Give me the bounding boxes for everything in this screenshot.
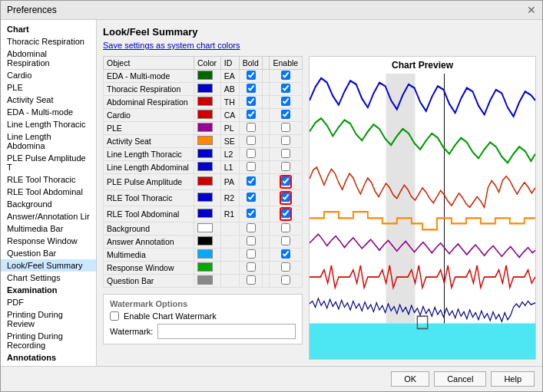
row-color-12[interactable]: [194, 236, 221, 249]
row-enable-5[interactable]: [270, 135, 303, 148]
main-panel: Look/Feel Summary Save settings as syste…: [97, 20, 542, 366]
row-color-3[interactable]: [194, 109, 221, 122]
title-text: Preferences: [7, 5, 57, 15]
row-bold-10[interactable]: [239, 206, 263, 222]
row-bold-12[interactable]: [239, 236, 263, 249]
sidebar-item-18[interactable]: Chart Settings: [1, 272, 96, 284]
sidebar-item-8[interactable]: Line Length Abdomina: [1, 130, 96, 152]
ok-button[interactable]: OK: [391, 371, 429, 387]
row-color-8[interactable]: [194, 174, 221, 190]
sidebar-item-5[interactable]: Activity Seat: [1, 94, 96, 106]
row-color-9[interactable]: [194, 190, 221, 206]
row-bold-11[interactable]: [239, 222, 263, 236]
row-bold-13[interactable]: [239, 249, 263, 262]
row-enable-3[interactable]: [270, 109, 303, 122]
row-bold-7[interactable]: [239, 161, 263, 174]
row-id-4: PL: [220, 122, 239, 135]
sidebar-item-11[interactable]: RLE Tool Abdominal: [1, 186, 96, 198]
watermark-enable-label: Enable Chart Watermark: [124, 311, 217, 321]
row-bold-1[interactable]: [239, 83, 263, 96]
row-enable-15[interactable]: [270, 275, 303, 288]
sidebar-item-17[interactable]: Look/Feel Summary: [1, 259, 96, 272]
row-enable-1[interactable]: [270, 83, 303, 96]
row-enable-4[interactable]: [270, 122, 303, 135]
sidebar-item-4[interactable]: PLE: [1, 81, 96, 94]
sidebar-item-7[interactable]: Line Length Thoracic: [1, 118, 96, 130]
row-enable-9[interactable]: [270, 190, 303, 206]
sidebar-item-12[interactable]: Background: [1, 198, 96, 210]
watermark-checkbox[interactable]: [110, 311, 119, 321]
row-id-7: L1: [220, 161, 239, 174]
sidebar-item-21[interactable]: Printing During Review: [1, 308, 96, 330]
row-bold-14[interactable]: [239, 262, 263, 275]
row-color-5[interactable]: [194, 135, 221, 148]
save-link[interactable]: Save settings as system chart colors: [103, 41, 536, 50]
sidebar-item-23[interactable]: Annotations: [1, 351, 96, 364]
table-row: Line Length Thoracic L2: [104, 148, 303, 161]
row-bold-9[interactable]: [239, 190, 263, 206]
row-color-13[interactable]: [194, 249, 221, 262]
sidebar-item-9[interactable]: PLE Pulse Amplitude T: [1, 152, 96, 173]
row-enable-0[interactable]: [270, 70, 303, 83]
sidebar-item-6[interactable]: EDA - Multi-mode: [1, 106, 96, 118]
row-empty-0: [263, 70, 270, 83]
row-object-6: Line Length Thoracic: [104, 148, 194, 161]
row-enable-6[interactable]: [270, 148, 303, 161]
sidebar-item-15[interactable]: Response Window: [1, 235, 96, 247]
sidebar-item-10[interactable]: RLE Tool Thoracic: [1, 173, 96, 186]
row-color-0[interactable]: [194, 70, 221, 83]
table-row: PLE PL: [104, 122, 303, 135]
row-color-15[interactable]: [194, 275, 221, 288]
row-bold-15[interactable]: [239, 275, 263, 288]
row-enable-14[interactable]: [270, 262, 303, 275]
row-enable-2[interactable]: [270, 96, 303, 109]
sidebar-item-14[interactable]: Multimedia Bar: [1, 222, 96, 235]
row-color-2[interactable]: [194, 96, 221, 109]
sidebar-item-13[interactable]: Answer/Annotation Lir: [1, 210, 96, 222]
table-row: Activity Seat SE: [104, 135, 303, 148]
row-empty-11: [263, 222, 270, 236]
row-bold-3[interactable]: [239, 109, 263, 122]
row-color-7[interactable]: [194, 161, 221, 174]
row-enable-12[interactable]: [270, 236, 303, 249]
row-bold-6[interactable]: [239, 148, 263, 161]
row-enable-11[interactable]: [270, 222, 303, 236]
row-color-14[interactable]: [194, 262, 221, 275]
sidebar-item-19[interactable]: Examination: [1, 284, 96, 296]
sidebar-item-2[interactable]: Abdominal Respiration: [1, 48, 96, 69]
watermark-input[interactable]: [157, 324, 296, 339]
row-bold-4[interactable]: [239, 122, 263, 135]
row-color-10[interactable]: [194, 206, 221, 222]
table-row: PLE Pulse Amplitude PA: [104, 174, 303, 190]
preferences-window: Preferences ✕ ChartThoracic RespirationA…: [0, 0, 543, 392]
close-icon[interactable]: ✕: [527, 4, 536, 16]
row-enable-7[interactable]: [270, 161, 303, 174]
help-button[interactable]: Help: [491, 371, 535, 387]
row-bold-8[interactable]: [239, 174, 263, 190]
row-id-11: [220, 222, 239, 236]
row-enable-10[interactable]: [270, 206, 303, 222]
sidebar-item-20[interactable]: PDF: [1, 296, 96, 308]
row-object-14: Response Window: [104, 262, 194, 275]
row-color-4[interactable]: [194, 122, 221, 135]
row-object-3: Cardio: [104, 109, 194, 122]
col-bold: Bold: [239, 57, 263, 70]
row-bold-0[interactable]: [239, 70, 263, 83]
cancel-button[interactable]: Cancel: [434, 371, 486, 387]
row-bold-5[interactable]: [239, 135, 263, 148]
row-enable-13[interactable]: [270, 249, 303, 262]
sidebar-item-1[interactable]: Thoracic Respiration: [1, 35, 96, 48]
row-color-1[interactable]: [194, 83, 221, 96]
row-enable-8[interactable]: [270, 174, 303, 190]
row-color-11[interactable]: [194, 222, 221, 236]
table-row: Response Window: [104, 262, 303, 275]
table-row: Question Bar: [104, 275, 303, 288]
sidebar-item-16[interactable]: Question Bar: [1, 247, 96, 259]
row-color-6[interactable]: [194, 148, 221, 161]
row-object-1: Thoracic Respiration: [104, 83, 194, 96]
sidebar-item-3[interactable]: Cardio: [1, 69, 96, 81]
row-bold-2[interactable]: [239, 96, 263, 109]
sidebar-item-22[interactable]: Printing During Recording: [1, 330, 96, 351]
sidebar-item-0[interactable]: Chart: [1, 23, 96, 35]
row-id-6: L2: [220, 148, 239, 161]
